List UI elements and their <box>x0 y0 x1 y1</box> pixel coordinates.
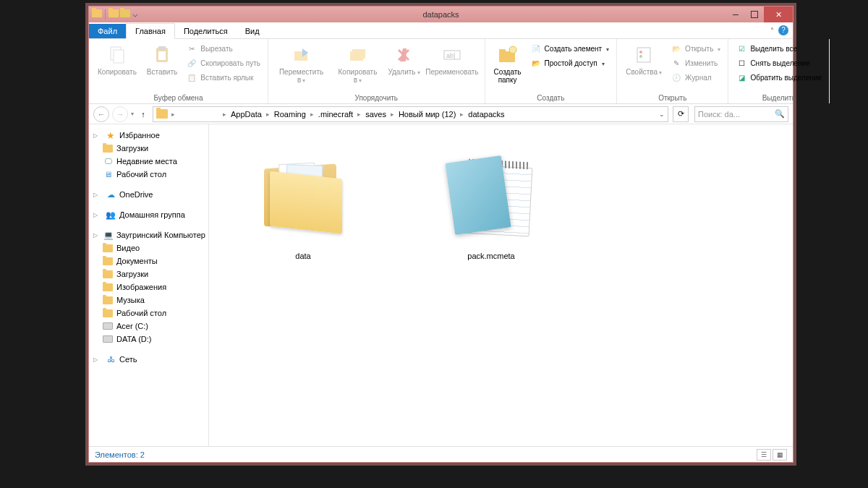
back-button[interactable]: ← <box>93 106 109 122</box>
recent-icon: 🖵 <box>102 156 114 166</box>
delete-button[interactable]: Удалить <box>387 42 421 78</box>
move-icon <box>290 43 313 67</box>
tree-item-music[interactable]: Музыка <box>89 294 208 307</box>
ribbon-group-clipboard: Копировать Вставить ✂Вырезать 🔗Скопирова… <box>89 39 268 103</box>
breadcrumb-item[interactable]: datapacks <box>466 110 506 119</box>
maximize-button[interactable] <box>745 7 764 22</box>
file-label: pack.mcmeta <box>467 252 514 260</box>
tree-network[interactable]: 🖧Сеть <box>89 353 208 366</box>
new-folder-icon <box>496 43 519 67</box>
chevron-right-icon[interactable]: ▸ <box>390 111 395 118</box>
file-item-text[interactable]: pack.mcmeta <box>419 132 563 260</box>
ribbon-tabs: Файл Главная Поделиться Вид ˄ ? <box>89 22 793 39</box>
chevron-right-icon[interactable]: ▸ <box>171 111 176 118</box>
tab-file[interactable]: Файл <box>89 24 126 38</box>
select-none-button[interactable]: ☐Снять выделение <box>734 56 823 69</box>
easy-access-button[interactable]: 📂Простой доступ <box>529 56 611 69</box>
cut-button[interactable]: ✂Вырезать <box>184 42 262 55</box>
computer-icon: 💻 <box>103 230 114 240</box>
ribbon-group-select: ☑Выделить все ☐Снять выделение ◪Обратить… <box>728 39 830 103</box>
tree-favorites[interactable]: ★Избранное <box>89 129 208 142</box>
view-icons-button[interactable]: ▦ <box>773 449 787 461</box>
ribbon-group-new: Создать папку 📄Создать элемент 📂Простой … <box>485 39 618 103</box>
file-label: data <box>295 252 310 260</box>
address-dropdown[interactable]: ⌄ <box>659 111 665 118</box>
breadcrumb-item[interactable]: AppData <box>229 110 264 119</box>
tree-item-desktop2[interactable]: Рабочий стол <box>89 307 208 320</box>
delete-icon <box>392 43 415 67</box>
chevron-right-icon[interactable]: ▸ <box>310 111 315 118</box>
chevron-right-icon[interactable]: ▸ <box>357 111 362 118</box>
tree-homegroup[interactable]: 👥Домашняя группа <box>89 208 208 221</box>
history-dropdown[interactable]: ▾ <box>131 111 134 117</box>
tree-item-documents[interactable]: Документы <box>89 254 208 267</box>
edit-button[interactable]: ✎Изменить <box>669 56 722 69</box>
folder-icon <box>102 308 114 318</box>
easy-access-icon: 📂 <box>530 57 542 69</box>
select-none-icon: ☐ <box>736 57 747 69</box>
open-icon: 📂 <box>671 43 682 54</box>
breadcrumb-item[interactable]: Новый мир (12) <box>396 110 458 119</box>
cut-icon: ✂ <box>186 43 197 54</box>
breadcrumb-item[interactable]: .minecraft <box>316 110 355 119</box>
chevron-right-icon[interactable]: ▸ <box>222 111 227 118</box>
chevron-right-icon[interactable]: ▸ <box>265 111 271 118</box>
address-bar[interactable]: ▸ ▸ AppData ▸ Roaming ▸ .minecraft ▸ sav… <box>153 106 668 122</box>
tree-item-desktop[interactable]: 🖥Рабочий стол <box>89 168 208 181</box>
search-input[interactable]: Поиск: da... 🔍 <box>694 106 788 122</box>
view-details-button[interactable]: ☰ <box>757 449 771 461</box>
paste-shortcut-button[interactable]: 📋Вставить ярлык <box>184 71 262 84</box>
select-all-icon: ☑ <box>736 43 747 54</box>
tree-computer[interactable]: 💻Заугринский Компьютер <box>89 228 208 241</box>
homegroup-icon: 👥 <box>105 210 116 220</box>
tab-share[interactable]: Поделиться <box>175 24 237 38</box>
copy-path-button[interactable]: 🔗Скопировать путь <box>184 56 262 69</box>
folder-icon <box>102 295 114 305</box>
qat-dropdown[interactable] <box>132 9 139 20</box>
folder-large-icon <box>252 146 354 247</box>
paste-button[interactable]: Вставить <box>144 42 180 77</box>
tree-item-downloads2[interactable]: Загрузки <box>89 267 208 281</box>
file-item-folder[interactable]: data <box>231 132 375 260</box>
tree-item-downloads[interactable]: Загрузки <box>89 142 208 155</box>
tree-item-drive-d[interactable]: DATA (D:) <box>89 333 208 346</box>
new-item-button[interactable]: 📄Создать элемент <box>529 42 611 55</box>
drive-icon <box>102 334 114 344</box>
select-all-button[interactable]: ☑Выделить все <box>734 42 823 55</box>
properties-button[interactable]: Свойства <box>623 42 665 78</box>
tree-item-pictures[interactable]: Изображения <box>89 281 208 294</box>
invert-selection-button[interactable]: ◪Обратить выделение <box>734 71 823 84</box>
tab-view[interactable]: Вид <box>237 24 268 38</box>
tree-onedrive[interactable]: ☁OneDrive <box>89 188 208 201</box>
move-to-button[interactable]: Переместить в <box>274 42 328 86</box>
history-button[interactable]: 🕗Журнал <box>669 71 722 84</box>
tree-item-drive-c[interactable]: Acer (C:) <box>89 320 208 333</box>
copy-to-button[interactable]: Копировать в <box>333 42 383 86</box>
shortcut-icon: 📋 <box>186 72 197 83</box>
up-button[interactable]: ↑ <box>137 108 150 121</box>
folder-icon[interactable] <box>109 9 119 17</box>
close-button[interactable] <box>764 7 793 22</box>
open-button[interactable]: 📂Открыть <box>669 42 722 55</box>
content-pane[interactable]: data pack.mcmeta <box>209 124 793 446</box>
tab-home[interactable]: Главная <box>126 23 175 39</box>
new-folder-button[interactable]: Создать папку <box>491 42 524 85</box>
svg-point-17 <box>639 55 642 58</box>
minimize-button[interactable] <box>726 7 745 22</box>
copy-button[interactable]: Копировать <box>95 42 140 77</box>
forward-button[interactable]: → <box>112 106 128 122</box>
ribbon-collapse-icon[interactable]: ˄ <box>770 27 774 35</box>
refresh-button[interactable]: ⟳ <box>673 106 689 122</box>
tree-item-recent[interactable]: 🖵Недавние места <box>89 155 208 168</box>
rename-button[interactable]: ab| Переименовать <box>425 42 478 77</box>
folder-icon <box>102 256 114 266</box>
drive-icon <box>102 321 114 331</box>
breadcrumb-item[interactable]: saves <box>363 110 388 119</box>
tree-item-videos[interactable]: Видео <box>89 241 208 254</box>
ribbon-group-open: Свойства 📂Открыть ✎Изменить 🕗Журнал Откр… <box>617 39 728 103</box>
properties-icon[interactable] <box>120 9 130 17</box>
help-icon[interactable]: ? <box>778 25 788 35</box>
statusbar: Элементов: 2 ☰ ▦ <box>89 446 793 462</box>
chevron-right-icon[interactable]: ▸ <box>459 111 464 118</box>
breadcrumb-item[interactable]: Roaming <box>272 110 308 119</box>
